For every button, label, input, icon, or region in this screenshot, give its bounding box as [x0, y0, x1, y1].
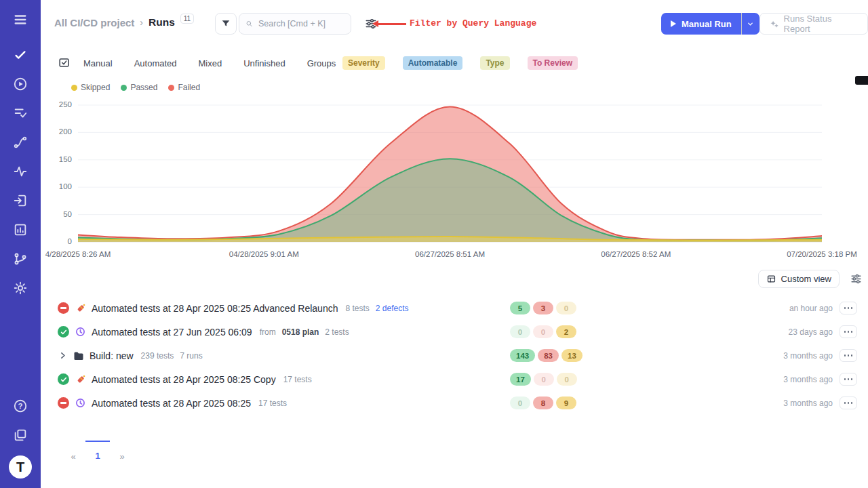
test-plans-icon[interactable]: [12, 104, 29, 122]
run-row[interactable]: Automated tests at 28 Apr 2025 08:25 Cop…: [41, 367, 868, 391]
legend-skipped[interactable]: Skipped: [71, 83, 110, 92]
bulk-select-icon[interactable]: [58, 56, 71, 69]
more-actions-button[interactable]: [840, 373, 857, 386]
runs-icon[interactable]: [12, 75, 29, 93]
tab-manual[interactable]: Manual: [83, 58, 113, 68]
more-actions-button[interactable]: [840, 349, 857, 362]
filter-chip-severity[interactable]: Severity: [342, 56, 385, 70]
analytics-icon[interactable]: [12, 221, 29, 239]
run-title[interactable]: Automated tests at 28 Apr 2025 08:25 Adv…: [92, 303, 338, 314]
branches-icon[interactable]: [12, 250, 29, 268]
manual-run-split-button: Manual Run: [661, 13, 760, 35]
custom-view-button[interactable]: Custom view: [758, 270, 840, 288]
milestones-icon[interactable]: [12, 134, 29, 151]
projects-icon[interactable]: [12, 426, 29, 444]
more-actions-button[interactable]: [840, 396, 857, 409]
scroll-indicator[interactable]: [855, 76, 868, 85]
run-time: 3 months ago: [783, 375, 833, 384]
more-actions-button[interactable]: [840, 302, 857, 314]
skipped-dot: [71, 85, 77, 91]
filter-chip-to-review[interactable]: To Review: [528, 56, 578, 70]
app-window: ? T All CI/CD project › Runs 11 Filter b…: [0, 0, 868, 488]
breadcrumb: All CI/CD project › Runs 11: [54, 16, 194, 28]
manual-run-button[interactable]: Manual Run: [661, 13, 741, 35]
app-logo[interactable]: T: [9, 455, 32, 479]
chart-x-tick: 4/28/2025 8:26 AM: [45, 250, 111, 258]
run-title[interactable]: Automated tests at 28 Apr 2025 08:25: [92, 398, 251, 409]
chart-y-tick: 0: [49, 237, 72, 245]
run-row[interactable]: Automated tests at 28 Apr 2025 08:25 17 …: [41, 391, 868, 415]
run-defects-link[interactable]: 2 defects: [376, 304, 409, 313]
run-title[interactable]: Build: new: [90, 350, 134, 361]
pagination-prev[interactable]: «: [61, 441, 85, 461]
result-badges: 0 0 2: [510, 325, 576, 338]
failed-badge: 3: [533, 302, 553, 314]
passed-badge: 143: [510, 349, 535, 362]
search-input[interactable]: [257, 18, 345, 29]
filter-chip-type[interactable]: Type: [480, 56, 509, 70]
failed-badge: 8: [533, 396, 553, 409]
settings-icon[interactable]: [12, 279, 29, 297]
tab-mixed[interactable]: Mixed: [199, 58, 222, 68]
run-plan-name[interactable]: 0518 plan: [282, 327, 319, 337]
failed-badge: 0: [533, 325, 553, 338]
expand-chevron-icon[interactable]: [58, 350, 68, 361]
pulse-icon[interactable]: [12, 163, 29, 180]
tests-icon[interactable]: [12, 46, 29, 64]
run-tests-count: 17 tests: [258, 399, 287, 408]
run-title[interactable]: Automated tests at 27 Jun 2025 06:09: [92, 327, 252, 338]
runs-status-report-label: Runs Status Report: [784, 14, 859, 34]
run-row[interactable]: Automated tests at 28 Apr 2025 08:25 Adv…: [41, 296, 868, 320]
run-tests-count: 8 tests: [345, 304, 369, 313]
run-group-row[interactable]: Build: new 239 tests 7 runs 143 83 13 3 …: [41, 344, 868, 367]
filter-chip-automatable[interactable]: Automatable: [403, 56, 463, 70]
failed-badge: 0: [534, 373, 554, 386]
pagination-page-1[interactable]: 1: [85, 441, 110, 461]
chart-y-tick: 50: [49, 210, 72, 218]
run-time: 3 months ago: [783, 351, 833, 361]
legend-failed[interactable]: Failed: [168, 83, 200, 92]
chart-y-tick: 100: [49, 182, 72, 190]
manual-run-dropdown-button[interactable]: [742, 13, 760, 35]
run-row[interactable]: Automated tests at 27 Jun 2025 06:09 fro…: [41, 320, 868, 344]
legend-passed[interactable]: Passed: [121, 83, 157, 92]
chart-legend: Skipped Passed Failed: [71, 83, 200, 92]
pagination-next[interactable]: »: [110, 441, 134, 461]
skipped-badge: 2: [556, 325, 576, 338]
menu-icon[interactable]: [12, 11, 29, 28]
chart-y-tick: 150: [49, 155, 72, 163]
folder-icon: [73, 350, 84, 361]
list-settings-icon[interactable]: [850, 273, 862, 285]
run-title[interactable]: Automated tests at 28 Apr 2025 08:25 Cop…: [92, 374, 276, 385]
passed-badge: 0: [510, 396, 530, 409]
plan-icon: [75, 326, 86, 338]
more-actions-button[interactable]: [840, 325, 857, 338]
result-badges: 17 0 0: [510, 373, 577, 386]
help-icon[interactable]: ?: [12, 397, 29, 415]
sparkle-icon: [769, 19, 779, 29]
filter-button[interactable]: [215, 13, 237, 35]
status-passed-icon: [58, 326, 69, 338]
tab-unfinished[interactable]: Unfinished: [243, 58, 285, 68]
filter-chips: Severity Automatable Type To Review: [342, 56, 578, 70]
tab-automated[interactable]: Automated: [134, 58, 177, 68]
sidebar: ? T: [0, 0, 41, 488]
runs-status-report-button[interactable]: Runs Status Report: [760, 13, 868, 35]
run-runs-count: 7 runs: [180, 351, 202, 361]
passed-badge: 5: [510, 302, 530, 314]
inbox-icon[interactable]: [12, 192, 29, 209]
plan-icon: [75, 397, 86, 409]
failed-badge: 83: [538, 349, 559, 362]
passed-dot: [121, 85, 127, 91]
run-tests-count: 2 tests: [325, 327, 349, 337]
runs-count-badge: 11: [180, 14, 194, 24]
annotation-arrow: [378, 23, 406, 25]
tab-groups[interactable]: Groups: [307, 58, 336, 68]
run-time: an hour ago: [789, 304, 833, 313]
search-box[interactable]: [239, 13, 351, 35]
firecracker-icon: [75, 302, 86, 314]
play-icon: [671, 20, 676, 27]
passed-badge: 17: [510, 373, 531, 386]
run-tests-count: 17 tests: [283, 375, 312, 384]
breadcrumb-project[interactable]: All CI/CD project: [54, 17, 134, 28]
